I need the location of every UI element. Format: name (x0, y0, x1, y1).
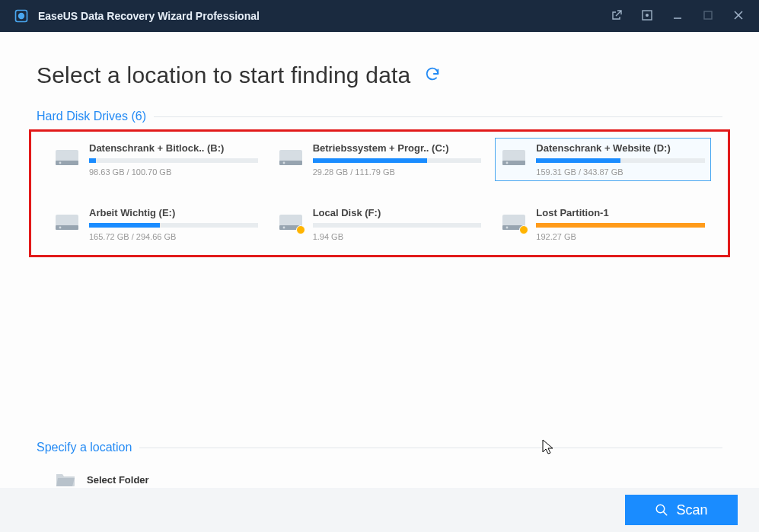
specify-section-label: Specify a location (37, 441, 132, 454)
search-icon (655, 503, 668, 517)
hard-drive-icon (278, 210, 304, 233)
drive-name: Datenschrank + Bitlock.. (B:) (89, 142, 258, 154)
content-area: Select a location to start finding data … (0, 32, 759, 532)
svg-rect-15 (502, 161, 525, 165)
drives-section-header: Hard Disk Drives (6) (0, 110, 759, 123)
maximize-button[interactable] (701, 10, 715, 22)
svg-rect-14 (502, 150, 525, 162)
drive-name: Betriebssystem + Progr.. (C:) (313, 142, 482, 154)
scan-button[interactable]: Scan (625, 495, 738, 525)
app-logo-icon (14, 8, 29, 24)
drives-grid: Datenschrank + Bitlock.. (B:) 98.63 GB /… (31, 138, 728, 246)
drive-name: Local Disk (F:) (313, 207, 482, 218)
drive-item[interactable]: Datenschrank + Bitlock.. (B:) 98.63 GB /… (48, 138, 264, 181)
drive-item[interactable]: Datenschrank + Website (D:) 159.31 GB / … (495, 138, 711, 181)
refresh-icon[interactable] (424, 65, 441, 85)
specify-location-section: Specify a location Select Folder (0, 441, 759, 488)
title-bar: EaseUS Data Recovery Wizard Professional (0, 0, 759, 32)
svg-point-25 (506, 227, 509, 229)
drive-info: Datenschrank + Website (D:) 159.31 GB / … (536, 142, 705, 177)
drive-item[interactable]: Betriebssystem + Progr.. (C:) 29.28 GB /… (272, 138, 488, 181)
hard-drive-icon (54, 210, 80, 233)
folder-open-icon (55, 471, 76, 488)
drive-info: Datenschrank + Bitlock.. (B:) 98.63 GB /… (89, 142, 258, 177)
select-folder-label: Select Folder (87, 474, 149, 486)
svg-rect-12 (279, 161, 302, 165)
svg-rect-5 (704, 11, 712, 19)
app-title: EaseUS Data Recovery Wizard Professional (38, 10, 260, 22)
svg-line-27 (664, 511, 668, 515)
svg-rect-17 (56, 215, 78, 227)
drive-info: Lost Partition-1 192.27 GB (536, 207, 705, 241)
hotkey-icon[interactable] (640, 10, 654, 23)
svg-point-10 (59, 162, 62, 164)
usage-bar (313, 158, 482, 163)
drive-size: 159.31 GB / 343.87 GB (536, 167, 705, 177)
drive-info: Arbeit Wichtig (E:) 165.72 GB / 294.66 G… (89, 207, 258, 241)
drive-name: Datenschrank + Website (D:) (536, 142, 705, 154)
close-button[interactable] (732, 10, 745, 23)
svg-point-16 (506, 162, 509, 164)
drive-name: Lost Partition-1 (536, 207, 705, 218)
bottom-bar: Scan (0, 488, 759, 532)
window-controls (610, 9, 745, 24)
svg-point-22 (282, 227, 285, 229)
drive-info: Betriebssystem + Progr.. (C:) 29.28 GB /… (313, 142, 482, 177)
usage-bar (536, 223, 705, 228)
select-folder-row[interactable]: Select Folder (37, 471, 722, 488)
usage-bar (536, 158, 705, 163)
svg-rect-9 (56, 161, 78, 165)
divider (139, 448, 722, 448)
usage-bar (89, 223, 258, 228)
drives-highlight-box: Datenschrank + Bitlock.. (B:) 98.63 GB /… (29, 129, 730, 257)
svg-point-19 (59, 227, 62, 229)
svg-rect-11 (279, 150, 302, 162)
drive-size: 29.28 GB / 111.79 GB (313, 167, 482, 177)
drive-name: Arbeit Wichtig (E:) (89, 207, 258, 218)
minimize-button[interactable] (671, 10, 684, 23)
divider (154, 116, 722, 117)
hard-drive-icon (501, 145, 527, 168)
drive-item[interactable]: Lost Partition-1 192.27 GB (495, 202, 711, 246)
svg-rect-8 (56, 150, 78, 162)
specify-section-header: Specify a location (37, 441, 722, 454)
drive-size: 192.27 GB (536, 232, 705, 241)
hard-drive-icon (278, 145, 304, 168)
svg-rect-18 (56, 225, 78, 230)
scan-button-label: Scan (676, 502, 707, 518)
usage-bar (313, 223, 482, 228)
drives-section-label: Hard Disk Drives (6) (37, 110, 146, 123)
drive-size: 165.72 GB / 294.66 GB (89, 232, 258, 241)
feedback-icon[interactable] (610, 9, 623, 24)
svg-point-1 (18, 13, 24, 19)
svg-point-13 (282, 162, 285, 164)
drive-item[interactable]: Local Disk (F:) 1.94 GB (272, 202, 488, 246)
page-title: Select a location to start finding data (37, 62, 410, 88)
usage-bar (89, 158, 258, 163)
hard-drive-icon (54, 145, 80, 168)
drive-info: Local Disk (F:) 1.94 GB (313, 207, 482, 241)
page-title-row: Select a location to start finding data (0, 32, 759, 110)
svg-point-3 (646, 14, 649, 17)
drive-size: 98.63 GB / 100.70 GB (89, 167, 258, 177)
drive-item[interactable]: Arbeit Wichtig (E:) 165.72 GB / 294.66 G… (48, 202, 264, 246)
drive-size: 1.94 GB (313, 232, 482, 241)
hard-drive-icon (501, 210, 527, 233)
